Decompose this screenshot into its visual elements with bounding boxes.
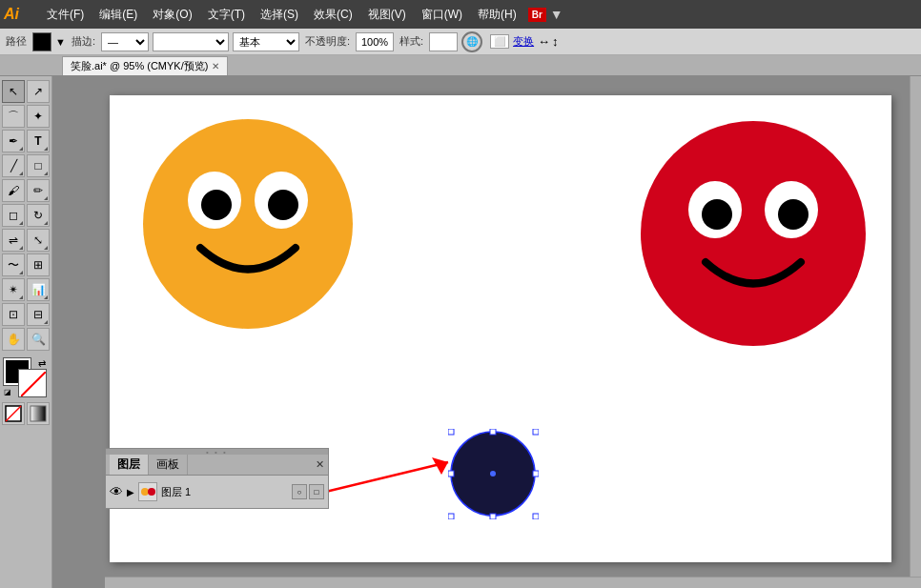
menu-type[interactable]: 文字(T) bbox=[200, 0, 253, 29]
magic-wand-tool[interactable]: ✦ bbox=[27, 105, 50, 128]
background-swatch[interactable] bbox=[19, 370, 46, 396]
menu-edit[interactable]: 编辑(E) bbox=[92, 0, 145, 29]
svg-point-8 bbox=[268, 190, 298, 220]
layers-tab[interactable]: 图层 bbox=[110, 455, 149, 475]
svg-line-14 bbox=[310, 462, 448, 496]
bridge-button[interactable]: Br bbox=[528, 8, 546, 22]
svg-rect-22 bbox=[448, 514, 454, 519]
panel-close-button[interactable]: ✕ bbox=[316, 458, 324, 471]
reflect-tool[interactable]: ⇌ bbox=[2, 229, 25, 252]
tab-label: 笑脸.ai* @ 95% (CMYK/预览) bbox=[71, 59, 208, 73]
layer-name-label: 图层 1 bbox=[161, 485, 288, 499]
web-icon[interactable]: 🌐 bbox=[461, 31, 482, 52]
none-fill-icon[interactable] bbox=[2, 402, 25, 425]
layer-expand-arrow[interactable]: ▶ bbox=[127, 487, 134, 497]
hand-tool[interactable]: ✋ bbox=[2, 328, 25, 351]
svg-rect-18 bbox=[490, 429, 496, 435]
swap-colors-icon[interactable]: ⇄ bbox=[38, 358, 46, 369]
tab-bar: 笑脸.ai* @ 95% (CMYK/预览) ✕ bbox=[0, 55, 921, 76]
menu-select[interactable]: 选择(S) bbox=[253, 0, 306, 29]
tool-row-2: ⌒ ✦ bbox=[2, 105, 50, 128]
type-tool[interactable]: T bbox=[27, 130, 50, 152]
main-area: ↖ ↗ ⌒ ✦ ✒ T ╱ bbox=[0, 76, 921, 588]
artboard-tab[interactable]: 画板 bbox=[149, 455, 188, 475]
stroke-color-select[interactable] bbox=[153, 32, 229, 51]
menu-help[interactable]: 帮助(H) bbox=[470, 0, 524, 29]
tab-close-button[interactable]: ✕ bbox=[212, 61, 219, 71]
default-colors-icon[interactable]: ◪ bbox=[4, 388, 11, 396]
selection-tool[interactable]: ↖ bbox=[2, 80, 25, 103]
toolbox: ↖ ↗ ⌒ ✦ ✒ T ╱ bbox=[0, 76, 52, 588]
svg-point-13 bbox=[778, 199, 808, 230]
direct-select-tool[interactable]: ↗ bbox=[27, 80, 50, 103]
red-smiley-face bbox=[634, 114, 872, 353]
fill-color-swatch[interactable] bbox=[32, 32, 51, 51]
eraser-tool[interactable]: ◻ bbox=[2, 204, 25, 227]
rect-tool[interactable]: □ bbox=[27, 154, 50, 177]
pencil-tool[interactable]: ✏ bbox=[27, 179, 50, 202]
paintbrush-tool[interactable]: 🖌 bbox=[2, 179, 25, 202]
lasso-tool[interactable]: ⌒ bbox=[2, 105, 25, 128]
warp-tool[interactable]: 〜 bbox=[2, 253, 25, 276]
artboard-tool[interactable]: ⊡ bbox=[2, 303, 25, 326]
app-logo: Ai bbox=[4, 6, 30, 23]
tool-row-4: ╱ □ bbox=[2, 154, 50, 177]
column-graph-tool[interactable]: 📊 bbox=[27, 278, 50, 301]
menu-window[interactable]: 窗口(W) bbox=[414, 0, 470, 29]
none-indicator bbox=[21, 372, 46, 396]
yellow-smiley-face bbox=[138, 114, 358, 334]
stroke-select[interactable]: — bbox=[101, 32, 149, 51]
document-tab[interactable]: 笑脸.ai* @ 95% (CMYK/预览) ✕ bbox=[62, 56, 228, 75]
layers-panel: • • • 图层 画板 ✕ 👁 ▶ 图层 1 ○ □ bbox=[105, 448, 329, 509]
transform-label[interactable]: 变换 bbox=[511, 34, 536, 49]
menu-object[interactable]: 对象(O) bbox=[145, 0, 199, 29]
tool-row-1: ↖ ↗ bbox=[2, 80, 50, 103]
flip-v-icon[interactable]: ↕ bbox=[552, 34, 559, 49]
tool-row-bottom-1 bbox=[2, 402, 50, 425]
opacity-input[interactable]: 100% bbox=[356, 32, 394, 51]
svg-rect-20 bbox=[448, 471, 454, 476]
vertical-scrollbar[interactable] bbox=[910, 76, 921, 577]
rotate-tool[interactable]: ↻ bbox=[27, 204, 50, 227]
svg-point-25 bbox=[490, 471, 496, 476]
svg-rect-23 bbox=[490, 514, 496, 519]
svg-point-26 bbox=[141, 488, 149, 496]
symbol-sprayer-tool[interactable]: ✴ bbox=[2, 278, 25, 301]
mask-icon[interactable]: ⬜ bbox=[490, 34, 509, 49]
tool-row-9: ✴ 📊 bbox=[2, 278, 50, 301]
svg-rect-19 bbox=[533, 429, 539, 435]
stroke-style-select[interactable]: 基本 bbox=[233, 32, 299, 51]
svg-rect-21 bbox=[533, 471, 539, 476]
tool-row-8: 〜 ⊞ bbox=[2, 253, 50, 276]
slice-tool[interactable]: ⊟ bbox=[27, 303, 50, 326]
scale-tool[interactable]: ⤡ bbox=[27, 229, 50, 252]
style-swatch[interactable] bbox=[429, 32, 458, 51]
menu-view[interactable]: 视图(V) bbox=[360, 0, 414, 29]
horizontal-scrollbar[interactable] bbox=[105, 577, 921, 588]
layers-content: 👁 ▶ 图层 1 ○ □ bbox=[106, 476, 328, 508]
canvas-area[interactable]: • • • 图层 画板 ✕ 👁 ▶ 图层 1 ○ □ bbox=[52, 76, 921, 588]
menu-effect[interactable]: 效果(C) bbox=[306, 0, 360, 29]
menu-file[interactable]: 文件(F) bbox=[39, 0, 92, 29]
gradient-icon[interactable] bbox=[27, 402, 50, 425]
path-label: 路径 bbox=[4, 34, 29, 49]
free-transform-tool[interactable]: ⊞ bbox=[27, 253, 50, 276]
layer-icons: ○ □ bbox=[292, 484, 324, 499]
pen-tool[interactable]: ✒ bbox=[2, 130, 25, 152]
layer-visibility-toggle[interactable]: 👁 bbox=[110, 484, 123, 499]
tool-row-3: ✒ T bbox=[2, 130, 50, 152]
layer-lock-icon[interactable]: ○ bbox=[292, 484, 307, 499]
svg-rect-3 bbox=[31, 406, 46, 421]
color-swatch-area: ⇄ ◪ bbox=[2, 356, 50, 398]
svg-point-27 bbox=[148, 488, 155, 496]
menu-bar: Ai 文件(F) 编辑(E) 对象(O) 文字(T) 选择(S) 效果(C) 视… bbox=[0, 0, 921, 29]
svg-point-7 bbox=[201, 190, 232, 220]
layer-select-icon[interactable]: □ bbox=[309, 484, 324, 499]
svg-point-9 bbox=[641, 121, 866, 346]
svg-point-4 bbox=[143, 119, 353, 329]
zoom-tool[interactable]: 🔍 bbox=[27, 328, 50, 351]
svg-rect-24 bbox=[533, 514, 539, 519]
flip-h-icon[interactable]: ↔ bbox=[538, 34, 550, 49]
line-tool[interactable]: ╱ bbox=[2, 154, 25, 177]
options-toolbar: 路径 ▼ 描边: — 基本 不透明度: 100% 样式: 🌐 ⬜ 变换 ↔ ↕ bbox=[0, 29, 921, 55]
